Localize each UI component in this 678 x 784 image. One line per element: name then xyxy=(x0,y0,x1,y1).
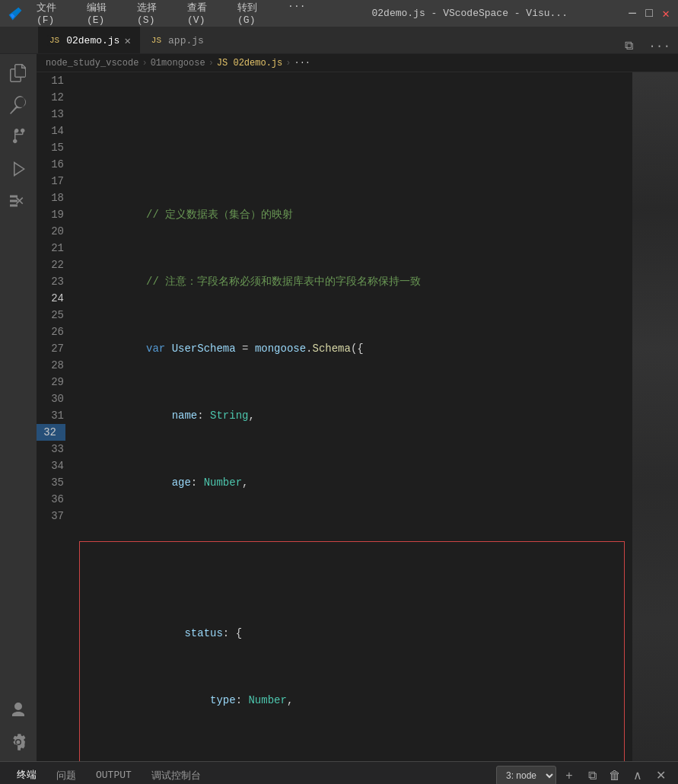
breadcrumb-root[interactable]: node_study_vscode xyxy=(46,58,138,69)
tab-02demo[interactable]: JS 02demo.js ✕ xyxy=(38,27,140,53)
breadcrumb-sep-1: › xyxy=(142,58,147,69)
titlebar: 文件(F) 编辑(E) 选择(S) 查看(V) 转到(G) ··· 02demo… xyxy=(0,0,678,27)
activity-bar xyxy=(0,54,37,761)
terminal-split-button[interactable]: ⧉ xyxy=(582,766,602,785)
split-editor-button[interactable]: ⧉ xyxy=(617,39,641,53)
code-content[interactable]: // 定义数据表（集合）的映射 // 注意：字段名称必须和数据库表中的字段名称保… xyxy=(75,72,632,761)
red-highlighted-section: status: { type: Number, default: 1 // 默认… xyxy=(82,541,632,761)
breadcrumb-more[interactable]: ··· xyxy=(294,58,310,69)
terminal-tab-terminal[interactable]: 终端 xyxy=(8,765,46,784)
breadcrumb-file[interactable]: JS 02demo.js xyxy=(217,58,282,69)
code-line-12: // 定义数据表（集合）的映射 xyxy=(82,190,632,206)
menu-goto[interactable]: 转到(G) xyxy=(231,0,280,27)
terminal-tab-bar: 终端 问题 OUTPUT 调试控制台 3: node + ⧉ 🗑 ∧ ✕ xyxy=(0,762,678,784)
activity-bar-bottom xyxy=(5,697,31,761)
code-line-19: default: 1 // 默认数据 xyxy=(82,742,632,759)
code-line-16: age: Number, xyxy=(82,457,632,474)
terminal-trash-button[interactable]: 🗑 xyxy=(605,766,625,785)
tab-appjs[interactable]: JS app.js xyxy=(140,27,213,53)
editor-area: node_study_vscode › 01mongoose › JS 02de… xyxy=(37,54,678,761)
activity-account[interactable] xyxy=(5,697,31,723)
terminal-tab-debug[interactable]: 调试控制台 xyxy=(142,766,210,785)
terminal-panel: 终端 问题 OUTPUT 调试控制台 3: node + ⧉ 🗑 ∧ ✕ ] P… xyxy=(0,761,678,784)
window-title: 02demo.js - VScodeSpace - Visu... xyxy=(318,8,622,19)
code-line-18: type: Number, xyxy=(82,675,632,692)
terminal-instance-select[interactable]: 3: node xyxy=(496,766,556,785)
terminal-close-button[interactable]: ✕ xyxy=(651,766,670,785)
titlebar-left: 文件(F) 编辑(E) 选择(S) 查看(V) 转到(G) ··· xyxy=(8,0,312,27)
minimap-canvas xyxy=(632,72,678,761)
line-numbers: 11 12 13 14 15 16 17 18 19 20 21 22 23 2… xyxy=(37,72,75,761)
js-file-icon: JS xyxy=(47,35,62,46)
main-layout: node_study_vscode › 01mongoose › JS 02de… xyxy=(0,54,678,761)
breadcrumb: node_study_vscode › 01mongoose › JS 02de… xyxy=(37,54,678,72)
close-button[interactable]: ✕ xyxy=(661,9,670,18)
terminal-maximize-button[interactable]: ∧ xyxy=(628,766,648,785)
activity-explorer[interactable] xyxy=(5,60,31,86)
activity-settings[interactable] xyxy=(5,729,31,755)
terminal-add-button[interactable]: + xyxy=(559,766,579,785)
activity-run[interactable] xyxy=(5,156,31,182)
breadcrumb-folder[interactable]: 01mongoose xyxy=(151,58,205,69)
tab-label-02demo: 02demo.js xyxy=(66,35,119,46)
tab-bar: JS 02demo.js ✕ JS app.js ⧉ ··· xyxy=(0,27,678,54)
menu-file[interactable]: 文件(F) xyxy=(30,0,79,27)
activity-source-control[interactable] xyxy=(5,124,31,150)
activity-extensions[interactable] xyxy=(5,188,31,214)
code-line-17: status: { xyxy=(82,608,632,625)
more-actions-button[interactable]: ··· xyxy=(641,40,678,53)
menu-bar: 文件(F) 编辑(E) 选择(S) 查看(V) 转到(G) ··· xyxy=(30,0,312,27)
terminal-tab-output[interactable]: OUTPUT xyxy=(87,766,141,784)
code-line-11 xyxy=(82,123,632,139)
window-controls: ─ □ ✕ xyxy=(628,9,670,18)
menu-view[interactable]: 查看(V) xyxy=(181,0,230,27)
breadcrumb-sep-3: › xyxy=(285,58,291,69)
menu-edit[interactable]: 编辑(E) xyxy=(81,0,129,27)
code-line-14: var UserSchema = mongoose.Schema({ xyxy=(82,323,632,340)
maximize-button[interactable]: □ xyxy=(645,9,654,18)
menu-select[interactable]: 选择(S) xyxy=(131,0,180,27)
terminal-tab-problems[interactable]: 问题 xyxy=(47,766,85,785)
code-line-15: name: String, xyxy=(82,390,632,407)
js-file-icon-2: JS xyxy=(149,35,164,46)
code-editor[interactable]: 11 12 13 14 15 16 17 18 19 20 21 22 23 2… xyxy=(37,72,678,761)
activity-search[interactable] xyxy=(5,92,31,118)
minimize-button[interactable]: ─ xyxy=(628,9,637,18)
tabbar-right-controls: ⧉ ··· xyxy=(617,39,678,53)
vscode-logo-icon xyxy=(8,6,23,21)
terminal-controls: 3: node + ⧉ 🗑 ∧ ✕ xyxy=(496,766,670,785)
minimap xyxy=(632,72,678,761)
tab-close-02demo[interactable]: ✕ xyxy=(124,34,130,47)
breadcrumb-sep-2: › xyxy=(208,58,214,69)
code-line-13: // 注意：字段名称必须和数据库表中的字段名称保持一致 xyxy=(82,257,632,273)
tab-label-appjs: app.js xyxy=(168,35,204,46)
menu-more[interactable]: ··· xyxy=(282,0,311,27)
